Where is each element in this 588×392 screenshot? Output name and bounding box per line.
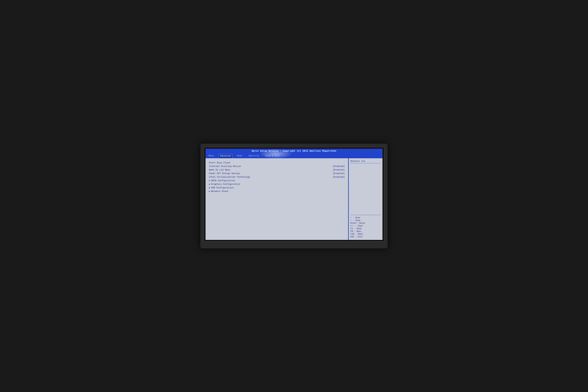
menu-item-label: SATA Configuration — [211, 179, 345, 182]
key-desc: : Sele — [353, 219, 360, 222]
submenu-arrow-icon: ► — [209, 187, 210, 189]
list-item[interactable]: ► Graphics Configuration — [209, 182, 345, 186]
menu-item-label: USB Configuration — [211, 186, 345, 189]
menu-panel: Start Easy Flash Internal Pointing Devic… — [206, 158, 348, 240]
menu-item-label: Graphics Configuration — [211, 183, 345, 186]
key-label: ↔ — [350, 216, 352, 219]
key-help-item: ESC : Exit — [350, 236, 381, 238]
tab-boot[interactable]: Boot — [236, 154, 244, 158]
key-desc: : Opti — [354, 230, 362, 232]
submenu-arrow-icon: ► — [209, 180, 210, 182]
key-help: ↔ : Sele ↕ : Sele Enter: Selec +/- — [350, 215, 381, 238]
menu-item-value: [Enabled] — [333, 172, 345, 175]
content-area: Start Easy Flash Internal Pointing Devic… — [206, 158, 382, 240]
menu-item-label: Network Stack — [211, 190, 345, 192]
info-panel-title: Network sta — [350, 160, 381, 163]
list-item[interactable]: Wake On Lid Open [Enabled] — [209, 168, 345, 172]
menu-item-value: [Enabled] — [333, 165, 345, 168]
laptop-frame: Aptio Setup Utility - Copyright (C) 2012… — [200, 144, 388, 248]
submenu-arrow-icon: ► — [209, 183, 210, 185]
key-desc: : Sele — [353, 216, 360, 219]
key-desc: : Chan — [356, 225, 363, 227]
info-panel-description — [350, 165, 381, 213]
tab-save-exit[interactable]: Save & Exit — [264, 154, 281, 158]
tab-advanced[interactable]: Advanced — [219, 154, 232, 158]
key-label: F1 — [350, 228, 353, 230]
list-item[interactable]: Internal Pointing Device [Enabled] — [209, 164, 345, 168]
key-help-item: F1 : Gene — [350, 227, 381, 230]
tab-main[interactable]: Main — [207, 154, 215, 158]
key-help-item: ↔ : Sele — [350, 216, 381, 219]
key-desc: Selec — [359, 222, 365, 224]
list-item[interactable]: ► Network Stack — [209, 190, 345, 193]
key-label: F9 — [350, 230, 353, 232]
tab-security[interactable]: Security — [247, 154, 260, 158]
list-item[interactable]: Power Off Energy Saving [Enabled] — [209, 172, 345, 175]
list-item[interactable]: ► SATA Configuration — [209, 179, 345, 182]
bios-screen: Aptio Setup Utility - Copyright (C) 2012… — [206, 149, 382, 240]
menu-item-value: [Enabled] — [333, 168, 345, 171]
menu-item-label: Start Easy Flash — [209, 162, 343, 164]
key-help-item: F9 : Opti — [350, 230, 381, 233]
key-desc: : Save — [356, 233, 363, 235]
menu-item-label: Wake On Lid Open — [209, 168, 331, 171]
title-bar: Aptio Setup Utility - Copyright (C) 2012… — [206, 149, 382, 153]
submenu-arrow-icon: ► — [209, 190, 210, 192]
nav-bar: Main Advanced Boot Security Save & Exit — [206, 153, 382, 158]
menu-item-label: Power Off Energy Saving — [209, 172, 331, 175]
key-help-item: ↕ : Sele — [350, 219, 381, 222]
key-label: +/- — [350, 225, 354, 227]
info-panel: Network sta ↔ : Sele ↕ : Sele Enter: — [348, 158, 382, 240]
list-item[interactable]: Start Easy Flash — [209, 161, 345, 164]
key-help-item: Enter: Selec — [350, 222, 381, 224]
key-desc: : Gene — [354, 228, 362, 230]
key-label: F10 — [350, 233, 354, 235]
menu-item-value: [Enabled] — [333, 176, 345, 178]
key-help-item: F10 : Save — [350, 233, 381, 236]
key-label: Enter: — [350, 222, 358, 224]
screen-bezel: Aptio Setup Utility - Copyright (C) 2012… — [204, 147, 384, 242]
list-item[interactable]: Intel Virtualization Technology [Enabled… — [209, 175, 345, 179]
title-text: Aptio Setup Utility - Copyright (C) 2012… — [252, 150, 336, 152]
key-help-item: +/- : Chan — [350, 224, 381, 227]
key-label: ESC — [350, 236, 354, 238]
list-item[interactable]: ► USB Configuration — [209, 186, 345, 190]
menu-item-label: Intel Virtualization Technology — [209, 176, 331, 178]
menu-item-label: Internal Pointing Device — [209, 165, 331, 168]
key-label: ↕ — [350, 219, 352, 222]
key-desc: : Exit — [356, 236, 363, 238]
